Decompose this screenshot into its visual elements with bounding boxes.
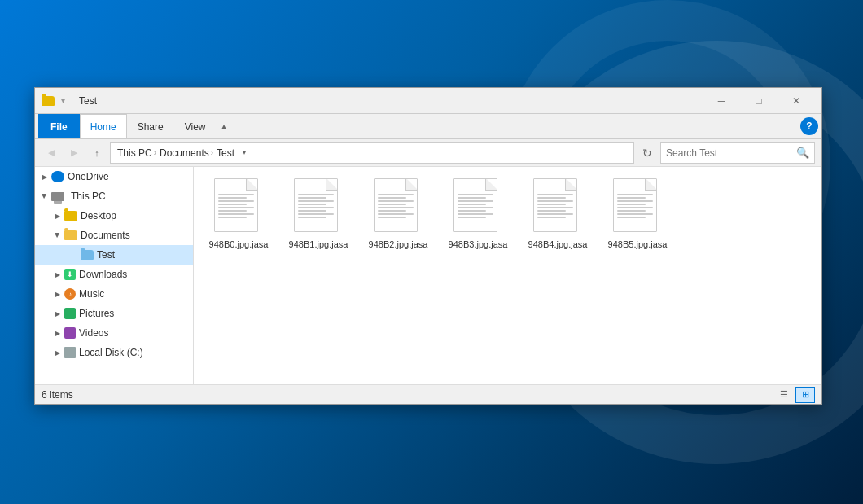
path-segment-thispc[interactable]: This PC › bbox=[117, 147, 156, 159]
sidebar-item-pictures[interactable]: ▶ Pictures bbox=[35, 304, 193, 323]
expand-arrow-music: ▶ bbox=[51, 287, 64, 300]
maximize-button[interactable]: □ bbox=[740, 88, 778, 114]
tab-share[interactable]: Share bbox=[127, 114, 174, 138]
tab-file[interactable]: File bbox=[38, 114, 80, 138]
title-bar: ▾ Test ─ □ ✕ bbox=[35, 88, 821, 114]
pictures-folder-icon bbox=[64, 308, 76, 319]
expand-arrow-localdisk: ▶ bbox=[51, 346, 64, 359]
sidebar-item-test[interactable]: ▶ Test bbox=[35, 245, 193, 265]
file-icon bbox=[374, 178, 423, 235]
videos-folder-icon bbox=[64, 327, 76, 339]
sidebar-item-videos[interactable]: ▶ Videos bbox=[35, 323, 193, 343]
file-name: 948B3.jpg.jasa bbox=[449, 239, 508, 250]
sidebar-label-thispc: This PC bbox=[71, 191, 106, 202]
sidebar-item-thispc[interactable]: ▶ This PC bbox=[35, 186, 193, 206]
file-icon bbox=[453, 178, 502, 235]
localdisk-icon bbox=[64, 347, 76, 358]
expand-arrow-documents: ▶ bbox=[51, 229, 64, 242]
help-button[interactable]: ? bbox=[800, 117, 818, 135]
thispc-icon bbox=[51, 192, 64, 201]
title-folder-icon bbox=[42, 94, 55, 107]
forward-button[interactable]: ▶ bbox=[64, 143, 84, 163]
desktop-folder-icon bbox=[64, 211, 77, 221]
window-controls: ─ □ ✕ bbox=[703, 88, 815, 114]
sidebar-label-videos: Videos bbox=[79, 327, 108, 339]
file-name: 948B4.jpg.jasa bbox=[528, 239, 588, 250]
file-item[interactable]: 948B4.jpg.jasa bbox=[521, 175, 594, 253]
expand-arrow-thispc: ▶ bbox=[38, 190, 51, 203]
file-item[interactable]: 948B2.jpg.jasa bbox=[361, 175, 435, 253]
title-bar-icons: ▾ bbox=[42, 94, 69, 107]
expand-arrow-videos: ▶ bbox=[51, 327, 64, 340]
file-item[interactable]: 948B5.jpg.jasa bbox=[601, 175, 674, 253]
expand-arrow-downloads: ▶ bbox=[51, 268, 64, 281]
ribbon-help: ? bbox=[800, 114, 821, 138]
view-details-button[interactable]: ☰ bbox=[774, 387, 794, 403]
downloads-folder-icon: ⬇ bbox=[64, 269, 76, 280]
path-arrow-1: › bbox=[154, 148, 156, 157]
up-button[interactable]: ↑ bbox=[87, 143, 107, 163]
tab-view[interactable]: View bbox=[174, 114, 217, 138]
search-box[interactable]: 🔍 bbox=[660, 142, 815, 164]
file-name: 948B2.jpg.jasa bbox=[369, 239, 428, 250]
address-bar: ◀ ▶ ↑ This PC › Documents › Test ▾ ↻ 🔍 bbox=[35, 139, 821, 167]
ribbon: File Home Share View ▴ ? bbox=[35, 114, 821, 139]
sidebar-label-pictures: Pictures bbox=[79, 308, 114, 319]
file-area: 948B0.jpg.jasa948B1.jpg.jasa948B2.jpg.ja… bbox=[194, 167, 821, 384]
sidebar-label-downloads: Downloads bbox=[79, 269, 127, 280]
search-input[interactable] bbox=[666, 147, 793, 159]
music-folder-icon: ♪ bbox=[64, 288, 76, 300]
view-large-icons-button[interactable]: ⊞ bbox=[795, 387, 815, 403]
minimize-button[interactable]: ─ bbox=[703, 88, 740, 114]
sidebar-label-onedrive: OneDrive bbox=[68, 171, 109, 182]
expand-arrow-onedrive: ▶ bbox=[38, 170, 51, 183]
window-title: Test bbox=[76, 95, 703, 107]
status-bar: 6 items ☰ ⊞ bbox=[35, 384, 821, 404]
refresh-button[interactable]: ↻ bbox=[637, 143, 657, 163]
file-item[interactable]: 948B3.jpg.jasa bbox=[441, 175, 515, 253]
file-icon bbox=[613, 178, 662, 235]
sidebar-label-desktop: Desktop bbox=[81, 210, 116, 221]
file-item[interactable]: 948B0.jpg.jasa bbox=[202, 175, 275, 253]
sidebar-item-localdisk[interactable]: ▶ Local Disk (C:) bbox=[35, 343, 193, 362]
file-name: 948B5.jpg.jasa bbox=[608, 239, 668, 250]
path-segment-documents[interactable]: Documents › bbox=[160, 147, 213, 159]
path-arrow-2: › bbox=[211, 148, 213, 157]
path-dropdown-arrow[interactable]: ▾ bbox=[238, 143, 251, 163]
explorer-window: ▾ Test ─ □ ✕ File Home Share View ▴ ? ◀ … bbox=[34, 87, 822, 405]
back-button[interactable]: ◀ bbox=[42, 143, 61, 163]
sidebar-item-downloads[interactable]: ▶ ⬇ Downloads bbox=[35, 265, 193, 284]
sidebar: ▶ OneDrive ▶ This PC ▶ Desktop bbox=[35, 167, 194, 384]
expand-arrow-pictures: ▶ bbox=[51, 307, 64, 320]
search-icon[interactable]: 🔍 bbox=[796, 147, 809, 159]
sidebar-wrapper: ▶ OneDrive ▶ This PC ▶ Desktop bbox=[35, 167, 194, 384]
view-buttons: ☰ ⊞ bbox=[774, 387, 815, 403]
quick-access-button[interactable]: ▾ bbox=[56, 94, 69, 107]
sidebar-label-documents: Documents bbox=[81, 230, 130, 241]
sidebar-label-test: Test bbox=[97, 249, 115, 261]
test-folder-icon bbox=[81, 250, 94, 260]
file-icon bbox=[214, 178, 263, 235]
sidebar-item-onedrive[interactable]: ▶ OneDrive bbox=[35, 167, 193, 186]
documents-folder-icon bbox=[64, 230, 77, 240]
path-segment-test[interactable]: Test bbox=[217, 147, 234, 159]
file-item[interactable]: 948B1.jpg.jasa bbox=[282, 175, 355, 253]
address-path[interactable]: This PC › Documents › Test ▾ bbox=[110, 142, 634, 164]
file-icon bbox=[294, 178, 343, 235]
sidebar-label-music: Music bbox=[79, 288, 104, 300]
close-button[interactable]: ✕ bbox=[778, 88, 815, 114]
file-name: 948B0.jpg.jasa bbox=[209, 239, 269, 250]
ribbon-tabs: File Home Share View ▴ ? bbox=[35, 114, 821, 138]
sidebar-item-desktop[interactable]: ▶ Desktop bbox=[35, 206, 193, 226]
onedrive-icon bbox=[51, 171, 64, 182]
tab-home[interactable]: Home bbox=[80, 114, 127, 138]
sidebar-item-documents[interactable]: ▶ Documents bbox=[35, 226, 193, 245]
ribbon-collapse-chevron[interactable]: ▴ bbox=[217, 114, 231, 138]
sidebar-item-music[interactable]: ▶ ♪ Music bbox=[35, 284, 193, 304]
expand-arrow-desktop: ▶ bbox=[51, 209, 64, 222]
status-count: 6 items bbox=[42, 389, 73, 401]
sidebar-label-localdisk: Local Disk (C:) bbox=[79, 347, 143, 358]
file-icon bbox=[533, 178, 582, 235]
file-name: 948B1.jpg.jasa bbox=[289, 239, 348, 250]
main-area: ▶ OneDrive ▶ This PC ▶ Desktop bbox=[35, 167, 821, 384]
